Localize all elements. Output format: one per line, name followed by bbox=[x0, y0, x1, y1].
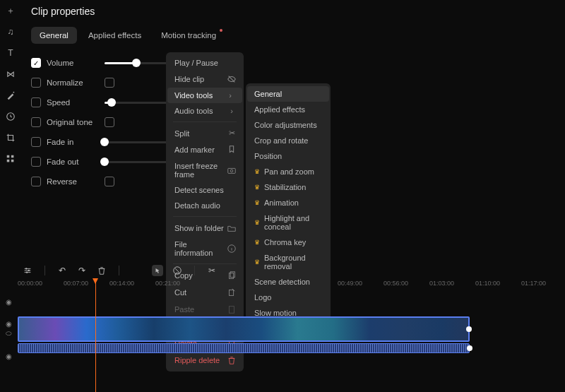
panel-title: Clip properties bbox=[31, 6, 555, 17]
fade-in-slider[interactable] bbox=[105, 141, 175, 143]
menu-split[interactable]: Split✂ bbox=[166, 125, 244, 141]
svg-rect-4 bbox=[7, 160, 10, 162]
track-visibility-2[interactable]: ◉⬭ bbox=[0, 308, 18, 349]
eye-icon: ◉ bbox=[6, 320, 12, 328]
reverse-checkbox[interactable] bbox=[31, 177, 41, 186]
text-icon[interactable]: T bbox=[4, 47, 17, 59]
eye-off-icon bbox=[227, 74, 237, 84]
menu-file-info[interactable]: File information bbox=[166, 237, 244, 261]
eye-icon: ◉ bbox=[6, 352, 12, 360]
track-visibility-1[interactable]: ◉ bbox=[0, 295, 18, 308]
submenu-stabilization[interactable]: ♛Stabilization bbox=[246, 179, 331, 195]
tab-general[interactable]: General bbox=[31, 27, 77, 44]
svg-rect-2 bbox=[7, 155, 10, 158]
crown-icon: ♛ bbox=[254, 239, 260, 246]
playhead[interactable] bbox=[95, 280, 96, 392]
volume-label: Volume bbox=[47, 59, 99, 67]
time-icon[interactable] bbox=[4, 110, 17, 123]
track-visibility-3[interactable]: ◉ bbox=[0, 349, 18, 363]
menu-audio-tools[interactable]: Audio tools› bbox=[166, 103, 244, 119]
redo-icon[interactable]: ↷ bbox=[76, 265, 88, 276]
fade-out-label: Fade out bbox=[47, 158, 99, 166]
timecode: 01:10:00 bbox=[475, 280, 500, 287]
submenu-animation[interactable]: ♛Animation bbox=[246, 195, 331, 210]
pointer-icon[interactable] bbox=[152, 265, 163, 276]
crown-icon: ♛ bbox=[254, 168, 260, 175]
normalize-box[interactable] bbox=[105, 78, 114, 88]
svg-point-17 bbox=[26, 271, 28, 273]
menu-add-marker[interactable]: Add marker bbox=[166, 141, 244, 158]
video-clip[interactable] bbox=[18, 316, 470, 342]
magic-icon[interactable] bbox=[4, 89, 17, 102]
normalize-label: Normalize bbox=[47, 78, 99, 87]
speed-label: Speed bbox=[47, 98, 99, 107]
reverse-label: Reverse bbox=[47, 177, 99, 186]
undo-icon[interactable]: ↶ bbox=[56, 265, 68, 276]
submenu-pan-zoom[interactable]: ♛Pan and zoom bbox=[246, 164, 331, 179]
menu-video-tools[interactable]: Video tools› bbox=[167, 88, 242, 103]
normalize-checkbox[interactable] bbox=[31, 78, 41, 88]
fade-in-checkbox[interactable] bbox=[31, 137, 41, 147]
menu-detach-audio[interactable]: Detach audio bbox=[166, 198, 244, 213]
tab-applied-effects[interactable]: Applied effects bbox=[80, 27, 150, 44]
chevron-right-icon: › bbox=[227, 107, 237, 115]
tab-motion-tracking[interactable]: Motion tracking bbox=[153, 27, 225, 44]
timeline-ruler[interactable]: 00:00:00 00:07:00 00:14:00 00:21:00 00:4… bbox=[18, 280, 565, 294]
indicator-dot bbox=[220, 29, 222, 32]
chevron-right-icon: › bbox=[225, 91, 235, 100]
separator bbox=[44, 266, 45, 275]
svg-point-7 bbox=[230, 170, 233, 172]
original-tone-checkbox[interactable] bbox=[31, 117, 41, 127]
submenu-applied-effects[interactable]: Applied effects bbox=[246, 102, 331, 117]
submenu-highlight-conceal[interactable]: ♛Highlight and conceal bbox=[246, 210, 331, 234]
original-tone-label: Original tone bbox=[47, 118, 99, 126]
music-icon[interactable]: ♫ bbox=[4, 25, 17, 38]
timecode: 01:17:00 bbox=[521, 280, 546, 287]
fade-out-checkbox[interactable] bbox=[31, 157, 41, 167]
link-icon: ⬭ bbox=[6, 329, 12, 338]
prop-volume: Volume bbox=[31, 58, 555, 68]
trash-icon[interactable] bbox=[96, 265, 107, 276]
timecode: 00:56:00 bbox=[383, 280, 408, 287]
crown-icon: ♛ bbox=[254, 219, 260, 226]
volume-checkbox[interactable] bbox=[31, 58, 41, 68]
marker-icon bbox=[227, 145, 237, 155]
disable-icon[interactable] bbox=[172, 265, 183, 276]
submenu-color-adjustments[interactable]: Color adjustments bbox=[246, 117, 331, 133]
eye-icon: ◉ bbox=[6, 298, 12, 306]
camera-icon bbox=[227, 165, 237, 175]
menu-ripple-delete[interactable]: Ripple delete bbox=[166, 352, 244, 369]
fade-out-slider[interactable] bbox=[105, 161, 175, 163]
reverse-box[interactable] bbox=[105, 177, 114, 186]
menu-hide-clip[interactable]: Hide clip bbox=[166, 71, 244, 88]
speed-slider[interactable] bbox=[105, 102, 175, 104]
svg-point-16 bbox=[28, 270, 30, 271]
menu-detect-scenes[interactable]: Detect scenes bbox=[166, 182, 244, 198]
separator bbox=[194, 266, 195, 275]
svg-rect-5 bbox=[11, 160, 14, 162]
original-tone-box[interactable] bbox=[105, 117, 114, 127]
fade-in-label: Fade in bbox=[47, 138, 99, 146]
speed-checkbox[interactable] bbox=[31, 97, 41, 107]
link-icon[interactable]: ⋈ bbox=[4, 68, 17, 81]
menu-play-pause[interactable]: Play / Pause bbox=[166, 55, 244, 71]
volume-slider[interactable] bbox=[105, 62, 175, 64]
scissors-icon: ✂ bbox=[227, 129, 237, 138]
timecode: 01:03:00 bbox=[429, 280, 454, 287]
settings-icon[interactable] bbox=[22, 265, 33, 276]
grid-icon[interactable] bbox=[4, 153, 17, 165]
crop-icon[interactable] bbox=[4, 131, 17, 144]
add-icon[interactable]: ＋ bbox=[4, 4, 17, 17]
scissors-icon[interactable]: ✂ bbox=[206, 265, 218, 276]
menu-insert-freeze[interactable]: Insert freeze frame bbox=[166, 158, 244, 182]
timecode: 00:00:00 bbox=[18, 280, 42, 287]
submenu-general[interactable]: General bbox=[247, 86, 329, 102]
separator bbox=[173, 121, 237, 122]
menu-show-in-folder[interactable]: Show in folder bbox=[166, 220, 244, 237]
timecode: 00:14:00 bbox=[109, 280, 134, 287]
audio-clip[interactable] bbox=[18, 343, 470, 353]
submenu-crop-rotate[interactable]: Crop and rotate bbox=[246, 133, 331, 148]
submenu-position[interactable]: Position bbox=[246, 148, 331, 164]
submenu-chroma-key[interactable]: ♛Chroma key bbox=[246, 234, 331, 250]
separator bbox=[119, 266, 119, 275]
